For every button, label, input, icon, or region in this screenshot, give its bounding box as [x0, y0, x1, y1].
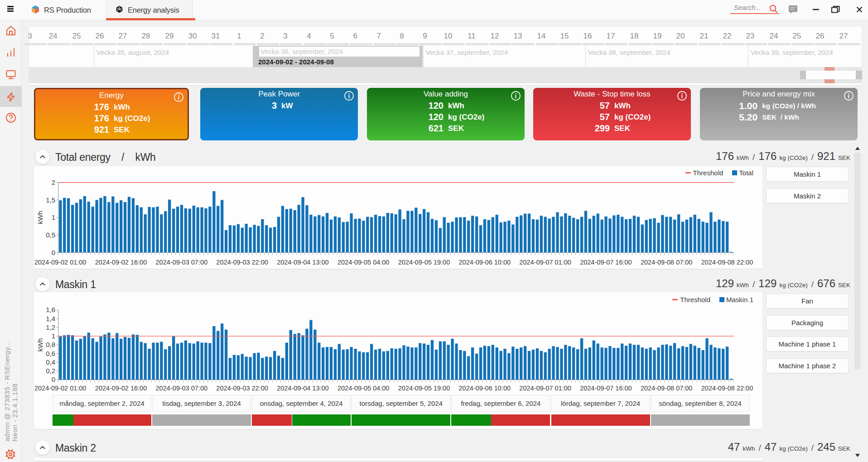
svg-text:2024-09-03 22:00: 2024-09-03 22:00: [216, 385, 268, 392]
svg-text:2024-09-02 01:00: 2024-09-02 01:00: [34, 259, 87, 266]
svg-text:2024-09-07 16:00: 2024-09-07 16:00: [580, 259, 632, 266]
svg-text:2024-09-02 01:00: 2024-09-02 01:00: [34, 385, 87, 392]
svg-text:1,5: 1,5: [46, 196, 55, 204]
svg-text:2024-09-05 19:00: 2024-09-05 19:00: [398, 385, 450, 392]
svg-text:2024-09-06 10:00: 2024-09-06 10:00: [459, 385, 511, 392]
svg-text:2024-09-08 22:00: 2024-09-08 22:00: [701, 385, 753, 392]
svg-text:2024-09-08 22:00: 2024-09-08 22:00: [701, 259, 753, 266]
svg-text:2024-09-03 07:00: 2024-09-03 07:00: [156, 385, 208, 392]
svg-text:0,8: 0,8: [46, 341, 55, 348]
svg-text:0: 0: [52, 249, 55, 256]
svg-text:1,4: 1,4: [46, 315, 55, 322]
svg-text:1: 1: [52, 332, 55, 340]
svg-text:2024-09-07 16:00: 2024-09-07 16:00: [580, 385, 632, 392]
svg-text:0,5: 0,5: [46, 231, 55, 239]
svg-text:2024-09-07 01:00: 2024-09-07 01:00: [519, 385, 571, 392]
svg-text:2024-09-03 22:00: 2024-09-03 22:00: [216, 259, 268, 266]
svg-text:2024-09-04 13:00: 2024-09-04 13:00: [277, 385, 329, 392]
svg-text:kWh: kWh: [36, 338, 44, 351]
svg-text:2024-09-05 04:00: 2024-09-05 04:00: [338, 385, 390, 392]
svg-text:0: 0: [52, 375, 55, 383]
svg-text:2024-09-05 19:00: 2024-09-05 19:00: [398, 259, 450, 266]
svg-text:0,2: 0,2: [46, 367, 55, 375]
svg-text:2024-09-02 16:00: 2024-09-02 16:00: [95, 259, 147, 266]
svg-text:2024-09-08 07:00: 2024-09-08 07:00: [641, 385, 693, 392]
svg-text:2024-09-04 13:00: 2024-09-04 13:00: [277, 259, 329, 266]
svg-text:2024-09-03 07:00: 2024-09-03 07:00: [156, 259, 208, 266]
svg-text:2024-09-05 04:00: 2024-09-05 04:00: [338, 259, 390, 266]
svg-text:2024-09-08 07:00: 2024-09-08 07:00: [641, 259, 693, 266]
svg-text:1,2: 1,2: [46, 323, 55, 331]
svg-text:kWh: kWh: [36, 211, 44, 224]
svg-text:0,4: 0,4: [46, 358, 55, 366]
svg-text:2024-09-02 16:00: 2024-09-02 16:00: [95, 385, 147, 392]
svg-text:2: 2: [52, 178, 55, 186]
svg-text:2024-09-06 10:00: 2024-09-06 10:00: [459, 259, 511, 266]
svg-text:0,6: 0,6: [46, 350, 55, 357]
svg-text:1,6: 1,6: [46, 306, 55, 313]
svg-text:2024-09-07 01:00: 2024-09-07 01:00: [519, 259, 571, 266]
svg-text:1: 1: [52, 213, 55, 221]
